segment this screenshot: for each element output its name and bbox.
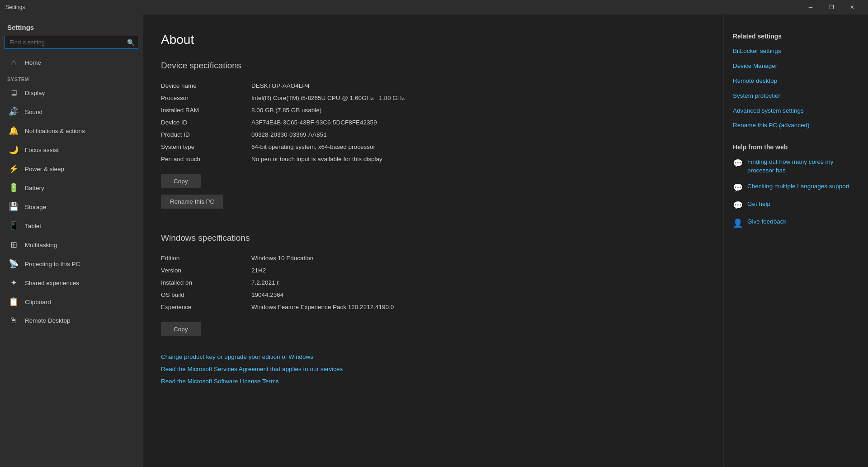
give-feedback-link[interactable]: Give feedback [747,218,786,226]
page-title: About [161,33,696,47]
related-link-device-manager[interactable]: Device Manager [733,62,859,71]
related-link-rename-advanced[interactable]: Rename this PC (advanced) [733,121,859,130]
spec-label-device-name: Device name [161,82,251,89]
give-feedback-icon: 👤 [733,218,743,228]
copy-windows-specs-button[interactable]: Copy [161,322,201,336]
spec-label-ram: Installed RAM [161,107,251,114]
main-content: About Device specifications Device name … [143,14,723,467]
focus-icon: 🌙 [9,145,19,155]
power-label: Power & sleep [25,166,64,172]
get-help-icon: 💬 [733,200,743,210]
related-link-system-protection[interactable]: System protection [733,92,859,100]
sidebar-item-display[interactable]: 🖥 Display [0,84,143,102]
sidebar-item-multitasking[interactable]: ⊞ Multitasking [0,235,143,254]
sidebar-item-power[interactable]: ⚡ Power & sleep [0,159,143,178]
sidebar-item-sound[interactable]: 🔊 Sound [0,102,143,121]
bottom-links: Change product key or upgrade your editi… [161,353,696,385]
spec-row-ram: Installed RAM 8.00 GB (7.85 GB usable) [161,104,550,116]
projecting-label: Projecting to this PC [25,261,80,267]
rename-pc-button[interactable]: Rename this PC [161,195,223,209]
sidebar-title: Settings [0,14,143,36]
sidebar-item-shared[interactable]: ✦ Shared experiences [0,273,143,292]
shared-label: Shared experiences [25,280,79,286]
app-body: Settings 🔍 ⌂ Home System 🖥 Display 🔊 Sou… [0,14,868,467]
home-label: Home [25,59,41,66]
app-title: Settings [5,4,25,10]
spec-value-pen-touch: No pen or touch input is available for t… [251,156,382,162]
help-link-cores: 💬 Finding out how many cores my processo… [733,158,859,175]
clipboard-icon: 📋 [9,297,19,307]
storage-icon: 💾 [9,202,19,212]
clipboard-label: Clipboard [25,299,51,305]
sidebar-item-focus[interactable]: 🌙 Focus assist [0,140,143,159]
sidebar-item-notifications[interactable]: 🔔 Notifications & actions [0,121,143,140]
search-box: 🔍 [5,36,138,49]
close-button[interactable]: ✕ [842,0,863,14]
spec-row-version: Version 21H2 [161,264,550,276]
notifications-label: Notifications & actions [25,128,85,134]
spec-row-experience: Experience Windows Feature Experience Pa… [161,301,550,313]
restore-button[interactable]: ❐ [821,0,842,14]
spec-row-device-id: Device ID A3F74E4B-3C65-43BF-93C6-5DCF8F… [161,116,550,129]
related-link-bitlocker[interactable]: BitLocker settings [733,47,859,56]
spec-label-processor: Processor [161,95,251,101]
multitasking-label: Multitasking [25,242,57,248]
spec-label-system-type: System type [161,143,251,150]
help-link-languages-text[interactable]: Checking multiple Languages support [747,182,849,191]
device-section-title: Device specifications [161,61,696,71]
help-cores-icon: 💬 [733,158,743,168]
give-feedback-row: 👤 Give feedback [733,218,859,228]
sidebar-item-projecting[interactable]: 📡 Projecting to this PC [0,254,143,273]
spec-row-product-id: Product ID 00328-20330-03369-AA851 [161,129,550,141]
sidebar-item-battery[interactable]: 🔋 Battery [0,178,143,197]
spec-row-system-type: System type 64-bit operating system, x64… [161,141,550,153]
spec-value-version: 21H2 [251,267,266,274]
spec-value-installed-on: 7.2.2021 г. [251,279,280,286]
battery-label: Battery [25,185,44,191]
help-title: Help from the web [733,143,859,151]
sidebar-item-tablet[interactable]: 📱 Tablet [0,216,143,235]
titlebar: Settings ─ ❐ ✕ [0,0,868,14]
link-services-agreement[interactable]: Read the Microsoft Services Agreement th… [161,366,696,372]
help-link-languages: 💬 Checking multiple Languages support [733,182,859,193]
remote-icon: 🖱 [9,316,19,325]
display-icon: 🖥 [9,88,19,98]
help-languages-icon: 💬 [733,183,743,193]
sound-icon: 🔊 [9,107,19,117]
spec-label-version: Version [161,267,251,274]
windows-spec-table: Edition Windows 10 Education Version 21H… [161,252,550,313]
spec-label-pen-touch: Pen and touch [161,156,251,162]
shared-icon: ✦ [9,278,19,288]
spec-value-ram: 8.00 GB (7.85 GB usable) [251,107,321,114]
spec-value-experience: Windows Feature Experience Pack 120.2212… [251,304,394,310]
tablet-icon: 📱 [9,221,19,231]
link-license-terms[interactable]: Read the Microsoft Software License Term… [161,378,696,385]
copy-device-specs-button[interactable]: Copy [161,174,201,188]
display-label: Display [25,90,45,96]
remote-label: Remote Desktop [25,317,71,324]
spec-label-product-id: Product ID [161,131,251,138]
battery-icon: 🔋 [9,183,19,193]
sidebar-item-remote[interactable]: 🖱 Remote Desktop [0,311,143,330]
device-section: Device specifications Device name DESKTO… [161,61,696,222]
link-product-key[interactable]: Change product key or upgrade your editi… [161,353,696,360]
spec-row-os-build: OS build 19044.2364 [161,289,550,301]
home-icon: ⌂ [9,58,19,67]
related-link-remote-desktop[interactable]: Remote desktop [733,77,859,86]
search-input[interactable] [5,36,138,49]
get-help-link[interactable]: Get help [747,200,770,209]
spec-label-experience: Experience [161,304,251,310]
spec-row-pen-touch: Pen and touch No pen or touch input is a… [161,153,550,165]
search-icon[interactable]: 🔍 [127,39,135,46]
tablet-label: Tablet [25,223,41,229]
device-spec-table: Device name DESKTOP-AAO4LP4 Processor In… [161,80,550,165]
right-panel: Related settings BitLocker settings Devi… [723,14,868,467]
minimize-button[interactable]: ─ [800,0,821,14]
sidebar-item-storage[interactable]: 💾 Storage [0,197,143,216]
help-link-cores-text[interactable]: Finding out how many cores my processor … [747,158,859,175]
related-link-advanced-settings[interactable]: Advanced system settings [733,107,859,115]
spec-value-system-type: 64-bit operating system, x64-based proce… [251,143,375,150]
sidebar: Settings 🔍 ⌂ Home System 🖥 Display 🔊 Sou… [0,14,143,467]
sidebar-item-home[interactable]: ⌂ Home [0,53,143,72]
sidebar-item-clipboard[interactable]: 📋 Clipboard [0,292,143,311]
